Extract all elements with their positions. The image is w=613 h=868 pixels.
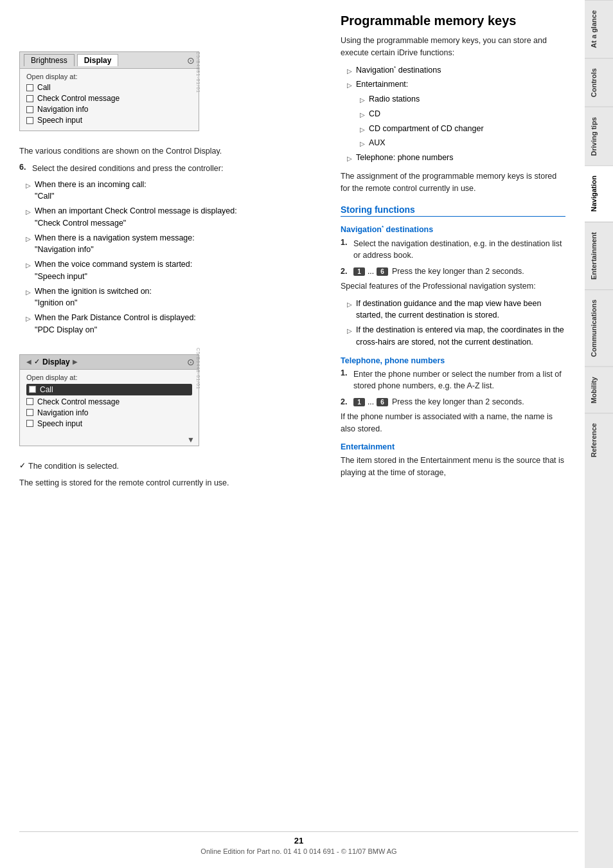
page-footer: 21 Online Edition for Part no. 01 41 0 0… bbox=[19, 831, 578, 855]
display-item: Call bbox=[26, 83, 192, 92]
bullet-icon: ▷ bbox=[26, 287, 31, 310]
cond-sub-4: "Speech input" bbox=[35, 272, 87, 281]
condition-5: ▷ When the ignition is switched on: "Ign… bbox=[26, 285, 315, 310]
cd-changer-label: CD compartment of CD changer bbox=[369, 123, 484, 135]
entertainment-text: The item stored in the Entertainment men… bbox=[341, 455, 565, 479]
cond-sub-1: "Call" bbox=[35, 192, 54, 201]
tel-step-1-num: 1. bbox=[341, 368, 353, 393]
cond-sub-3: "Navigation info" bbox=[35, 245, 94, 254]
display-item: Speech input bbox=[26, 116, 192, 125]
step-text: Select the desired conditions and press … bbox=[32, 163, 223, 175]
step-number: 6. bbox=[19, 163, 32, 175]
bullet-icon: ▷ bbox=[26, 234, 31, 257]
tri-icon: ▷ bbox=[347, 66, 352, 77]
sidebar-tab-at-a-glance[interactable]: At a glance bbox=[585, 0, 613, 58]
item-check: Check Control message bbox=[37, 94, 120, 103]
scroll-right-icon[interactable]: ▶ bbox=[73, 358, 78, 365]
feature-ent: ▷ Entertainment: bbox=[347, 78, 565, 91]
sidebar-tab-entertainment[interactable]: Entertainment bbox=[585, 222, 613, 289]
checkmark-symbol: ✓ bbox=[19, 461, 26, 470]
sidebar-tabs: At a glance Controls Driving tips Naviga… bbox=[585, 0, 613, 868]
tel-step-1-text: Enter the phone number or select the num… bbox=[353, 368, 565, 393]
display-tab[interactable]: Display bbox=[77, 54, 119, 66]
checkbox-nav bbox=[26, 106, 33, 113]
item-check-2: Check Control message bbox=[37, 397, 120, 406]
bullet-icon: ▷ bbox=[26, 260, 31, 283]
tel-step-1: 1. Enter the phone number or select the … bbox=[341, 368, 565, 393]
step-2-text: Press the key longer than 2 seconds. bbox=[392, 266, 524, 278]
scroll-left-icon[interactable]: ◀ bbox=[26, 358, 31, 365]
step-1-text: Select the navigation destination, e.g. … bbox=[353, 238, 565, 262]
tel-step-2-text: Press the key longer than 2 seconds. bbox=[392, 396, 524, 408]
bullet-icon: ▷ bbox=[26, 314, 31, 336]
left-panel: Brightness Display ⊙ Open display at: Ca… bbox=[0, 0, 328, 836]
item-nav: Navigation info bbox=[37, 105, 88, 114]
cond-sub-5: "Ignition on" bbox=[35, 298, 78, 307]
radio-label: Radio stations bbox=[369, 93, 420, 105]
feature-ent-label: Entertainment: bbox=[356, 78, 408, 91]
nav-step-1: 1. Select the navigation destination, e.… bbox=[341, 238, 565, 262]
tel-key-1: 1 bbox=[353, 398, 365, 406]
brightness-tab[interactable]: Brightness bbox=[24, 54, 75, 66]
tri-icon: ▷ bbox=[347, 300, 352, 322]
key-6: 6 bbox=[377, 267, 388, 276]
sidebar-tab-navigation[interactable]: Navigation bbox=[585, 165, 613, 221]
notice-row: ✓ The condition is selected. bbox=[19, 460, 315, 473]
feature-tel: ▷ Telephone: phone numbers bbox=[347, 152, 565, 164]
notice-text: The condition is selected. bbox=[28, 460, 119, 473]
condition-2: ▷ When an important Check Control messag… bbox=[26, 205, 315, 230]
scroll-down-indicator: ▼ bbox=[20, 434, 199, 446]
nav-sub-heading: Navigation* destinations bbox=[341, 224, 565, 234]
step-6: 6. Select the desired conditions and pre… bbox=[19, 163, 315, 175]
checkmark-display-icon: ✓ bbox=[34, 357, 40, 366]
feature-cd-changer: ▷ CD compartment of CD changer bbox=[360, 123, 565, 135]
checkbox-call-2 bbox=[29, 386, 36, 393]
cond-sub-6: "PDC Display on" bbox=[35, 325, 97, 334]
sidebar-tab-communications[interactable]: Communications bbox=[585, 289, 613, 366]
display-header-label: Display bbox=[42, 357, 70, 366]
checkbox-speech bbox=[26, 117, 33, 124]
tel-ellipsis: ... bbox=[368, 397, 374, 406]
display-item-selected: Call bbox=[26, 384, 192, 395]
feature-nav: ▷ Navigation* destinations bbox=[347, 64, 565, 77]
tri-icon: ▷ bbox=[347, 154, 352, 164]
cond-label-4: When the voice command system is started… bbox=[35, 260, 192, 269]
page-number: 21 bbox=[19, 836, 578, 845]
step-2-num: 2. bbox=[341, 267, 353, 276]
display-item: Check Control message bbox=[26, 94, 192, 103]
sidebar-tab-driving-tips[interactable]: Driving tips bbox=[585, 107, 613, 166]
tel-step-2-num: 2. bbox=[341, 397, 353, 406]
tel-note: If the phone number is associated with a… bbox=[341, 411, 565, 435]
sidebar-tab-mobility[interactable]: Mobility bbox=[585, 366, 613, 413]
aux-label: AUX bbox=[369, 137, 386, 149]
nav-step-2: 2. 1 ... 6 Press the key longer than 2 s… bbox=[341, 266, 565, 278]
tri-icon: ▷ bbox=[360, 110, 365, 120]
nav-special-text-1: If destination guidance and the map view… bbox=[356, 298, 565, 322]
right-panel: Programmable memory keys Using the progr… bbox=[328, 0, 578, 836]
item-speech: Speech input bbox=[37, 116, 82, 125]
page-title: Programmable memory keys bbox=[341, 13, 565, 28]
sidebar-tab-reference[interactable]: Reference bbox=[585, 413, 613, 467]
tri-icon: ▷ bbox=[347, 80, 352, 91]
features-list: ▷ Navigation* destinations ▷ Entertainme… bbox=[347, 64, 565, 164]
watermark: C5/B4881-01/01 bbox=[196, 51, 200, 93]
bullet-icon: ▷ bbox=[26, 207, 31, 230]
cd-label: CD bbox=[369, 108, 380, 120]
checkbox-call bbox=[26, 84, 33, 91]
sidebar-tab-controls[interactable]: Controls bbox=[585, 58, 613, 107]
entertainment-sub: ▷ Radio stations ▷ CD ▷ CD compartment o… bbox=[360, 93, 565, 149]
tri-icon: ▷ bbox=[360, 139, 365, 149]
checkbox-nav-2 bbox=[26, 409, 33, 416]
ellipsis: ... bbox=[368, 267, 374, 276]
cond-sub-2: "Check Control message" bbox=[35, 219, 126, 228]
nav-special-heading: Special features of the Professional nav… bbox=[341, 280, 565, 293]
body-text-1: The various conditions are shown on the … bbox=[19, 145, 315, 158]
nav-special-2: ▷ If the destination is entered via map,… bbox=[347, 324, 565, 348]
condition-1: ▷ When there is an incoming call: "Call" bbox=[26, 179, 315, 203]
tel-sub-heading: Telephone, phone numbers bbox=[341, 356, 565, 365]
checkbox-speech-2 bbox=[26, 420, 33, 427]
display-item: Navigation info bbox=[26, 105, 192, 114]
tel-key-6: 6 bbox=[377, 398, 388, 406]
notice-text-2: The setting is stored for the remote con… bbox=[19, 477, 315, 489]
tri-icon: ▷ bbox=[347, 326, 352, 348]
